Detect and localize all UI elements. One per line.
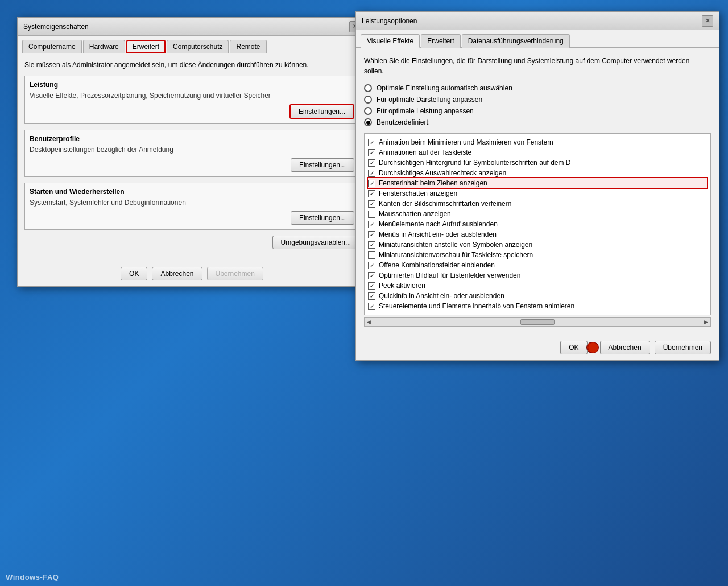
cb-menues-ansicht-box[interactable]	[368, 231, 375, 238]
cb-menues-ansicht[interactable]: Menüs in Ansicht ein- oder ausblenden	[368, 229, 707, 240]
right-dialog-titlebar: Leistungsoptionen ✕	[356, 12, 719, 30]
right-apply-button[interactable]: Übernehmen	[655, 341, 711, 354]
starten-einstellungen-button[interactable]: Einstellungen...	[291, 211, 354, 225]
cb-animation-fenster-box[interactable]	[368, 139, 375, 146]
cb-kanten[interactable]: Kanten der Bildschirmschriftarten verfei…	[368, 199, 707, 209]
tab-hardware[interactable]: Hardware	[83, 40, 125, 53]
horizontal-scrollbar[interactable]: ◀ ▶	[364, 317, 711, 327]
benutzerprofile-einstellungen-button[interactable]: Einstellungen...	[291, 158, 354, 172]
perf-tab-datenausfuehrung[interactable]: Datenausführungsverhinderung	[462, 34, 570, 48]
cb-fensterschatten-box[interactable]	[368, 190, 375, 197]
cb-fensterschatten[interactable]: Fensterschatten anzeigen	[368, 188, 707, 199]
cb-bildlauf-box[interactable]	[368, 272, 375, 279]
cb-quickinfo-box[interactable]	[368, 292, 375, 300]
watermark: Windows-FAQ	[6, 573, 59, 581]
cb-mausschatten-label: Mausschatten anzeigen	[379, 210, 451, 218]
benutzerprofile-label: Benutzerprofile	[30, 135, 354, 143]
cb-peek-box[interactable]	[368, 282, 375, 290]
cb-durchsichtigen-hintergrund-label: Durchsichtigen Hintergrund für Symbolunt…	[379, 159, 571, 167]
cb-durchsichtigen-hintergrund-box[interactable]	[368, 159, 375, 167]
perf-tab-erweitert[interactable]: Erweitert	[421, 34, 460, 48]
right-ok-button[interactable]: OK	[560, 341, 587, 354]
scroll-left-arrow[interactable]: ◀	[367, 319, 371, 325]
starten-label: Starten und Wiederherstellen	[30, 188, 354, 196]
radio-auto-label: Optimale Einstellung automatisch auswähl…	[377, 84, 512, 92]
cb-animation-fenster[interactable]: Animation beim Minimieren und Maximieren…	[368, 137, 707, 147]
cb-bildlauf[interactable]: Optimierten Bildlauf für Listenfelder ve…	[368, 270, 707, 280]
cb-miniaturansichten-label: Miniaturansichten anstelle von Symbolen …	[379, 241, 532, 249]
radio-benutzerdefiniert[interactable]: Benutzerdefiniert:	[364, 118, 711, 126]
cb-kombinationsfelder-box[interactable]	[368, 262, 375, 269]
umgebungsvariablen-button[interactable]: Umgebungsvariablen...	[272, 236, 359, 249]
right-close-button[interactable]: ✕	[702, 15, 713, 27]
radio-group: Optimale Einstellung automatisch auswähl…	[364, 84, 711, 126]
cb-menuelemente[interactable]: Menüelemente nach Aufruf ausblenden	[368, 219, 707, 229]
cb-menuelemente-box[interactable]	[368, 221, 375, 228]
right-cancel-button[interactable]: Abbrechen	[600, 341, 650, 354]
watermark-text: Windows-FAQ	[6, 573, 59, 581]
radio-darstellung[interactable]: Für optimale Darstellung anpassen	[364, 96, 711, 104]
cb-miniaturansichten-vorschau-label: Miniaturansichtenvorschau für Taskleiste…	[379, 251, 533, 259]
left-cancel-button[interactable]: Abbrechen	[152, 267, 202, 280]
starten-desc: Systemstart, Systemfehler und Debuginfor…	[30, 199, 354, 207]
cb-miniaturansichten[interactable]: Miniaturansichten anstelle von Symbolen …	[368, 240, 707, 250]
cb-auswahlrechteck-box[interactable]	[368, 170, 375, 177]
cb-durchsichtigen-hintergrund[interactable]: Durchsichtigen Hintergrund für Symbolunt…	[368, 158, 707, 168]
radio-auto[interactable]: Optimale Einstellung automatisch auswähl…	[364, 84, 711, 92]
radio-leistung-circle	[364, 107, 372, 115]
cb-animationen-taskleiste-label: Animationen auf der Taskleiste	[379, 148, 471, 156]
cb-kombinationsfelder-label: Offene Kombinationsfelder einblenden	[379, 261, 495, 269]
cb-miniaturansichten-vorschau-box[interactable]	[368, 251, 375, 259]
starten-section: Starten und Wiederherstellen Systemstart…	[24, 183, 359, 230]
cb-peek[interactable]: Peek aktivieren	[368, 280, 707, 291]
right-dialog-title: Leistungsoptionen	[362, 17, 417, 25]
cb-fensterinhalt-label: Fensterinhalt beim Ziehen anzeigen	[379, 179, 487, 187]
cb-animation-fenster-label: Animation beim Minimieren und Maximieren…	[379, 138, 553, 146]
tab-erweitert[interactable]: Erweitert	[126, 40, 166, 53]
cb-fensterschatten-label: Fensterschatten anzeigen	[379, 189, 457, 197]
cb-auswahlrechteck[interactable]: Durchsichtiges Auswahlrechteck anzeigen	[368, 168, 707, 178]
left-apply-button: Übernehmen	[207, 267, 263, 280]
perf-body: Wählen Sie die Einstellungen, die für Da…	[356, 48, 719, 335]
cb-kombinationsfelder[interactable]: Offene Kombinationsfelder einblenden	[368, 260, 707, 270]
scroll-right-arrow[interactable]: ▶	[704, 319, 708, 325]
perf-tab-visuelle-effekte[interactable]: Visuelle Effekte	[361, 34, 420, 48]
leistung-label: Leistung	[30, 81, 354, 89]
cb-miniaturansichten-vorschau[interactable]: Miniaturansichtenvorschau für Taskleiste…	[368, 250, 707, 260]
cb-steuerelemente-box[interactable]	[368, 303, 375, 310]
radio-benutzerdefiniert-label: Benutzerdefiniert:	[377, 118, 430, 126]
left-ok-button[interactable]: OK	[121, 267, 147, 280]
radio-leistung-label: Für optimale Leistung anpassen	[377, 107, 474, 115]
leistung-desc: Visuelle Effekte, Prozessorzeitplanung, …	[30, 92, 354, 100]
perf-tab-bar: Visuelle Effekte Erweitert Datenausführu…	[356, 30, 719, 48]
cb-animationen-taskleiste[interactable]: Animationen auf der Taskleiste	[368, 147, 707, 158]
leistungsoptionen-dialog: Leistungsoptionen ✕ Visuelle Effekte Erw…	[355, 11, 719, 361]
cb-menuelemente-label: Menüelemente nach Aufruf ausblenden	[379, 220, 498, 228]
tab-computername[interactable]: Computername	[22, 40, 82, 53]
cb-animationen-taskleiste-box[interactable]	[368, 149, 375, 156]
leistung-einstellungen-button[interactable]: Einstellungen...	[289, 104, 354, 119]
cb-kanten-box[interactable]	[368, 200, 375, 208]
cb-fensterinhalt[interactable]: Fensterinhalt beim Ziehen anzeigen	[368, 178, 707, 188]
tab-remote[interactable]: Remote	[230, 40, 266, 53]
checkbox-list[interactable]: Animation beim Minimieren und Maximieren…	[364, 133, 711, 315]
cb-bildlauf-label: Optimierten Bildlauf für Listenfelder ve…	[379, 271, 520, 279]
perf-footer: OK Abbrechen Übernehmen	[356, 335, 719, 360]
cb-auswahlrechteck-label: Durchsichtiges Auswahlrechteck anzeigen	[379, 169, 506, 177]
radio-darstellung-label: Für optimale Darstellung anpassen	[377, 96, 482, 104]
scroll-thumb[interactable]	[520, 319, 555, 325]
cb-quickinfo[interactable]: Quickinfo in Ansicht ein- oder ausblende…	[368, 291, 707, 301]
radio-leistung[interactable]: Für optimale Leistung anpassen	[364, 107, 711, 115]
tab-computerschutz[interactable]: Computerschutz	[167, 40, 229, 53]
ok-red-dot-indicator	[586, 342, 598, 353]
leistung-section: Leistung Visuelle Effekte, Prozessorzeit…	[24, 76, 359, 124]
cb-menues-ansicht-label: Menüs in Ansicht ein- oder ausblenden	[379, 230, 497, 238]
left-dialog-body: Sie müssen als Administrator angemeldet …	[18, 53, 366, 261]
right-ok-wrapper: OK	[560, 341, 595, 354]
radio-benutzerdefiniert-circle	[364, 118, 372, 126]
cb-miniaturansichten-box[interactable]	[368, 241, 375, 249]
cb-steuerelemente[interactable]: Steuerelemente und Elemente innerhalb vo…	[368, 301, 707, 311]
cb-mausschatten[interactable]: Mausschatten anzeigen	[368, 209, 707, 219]
cb-mausschatten-box[interactable]	[368, 211, 375, 218]
cb-fensterinhalt-box[interactable]	[368, 180, 375, 187]
